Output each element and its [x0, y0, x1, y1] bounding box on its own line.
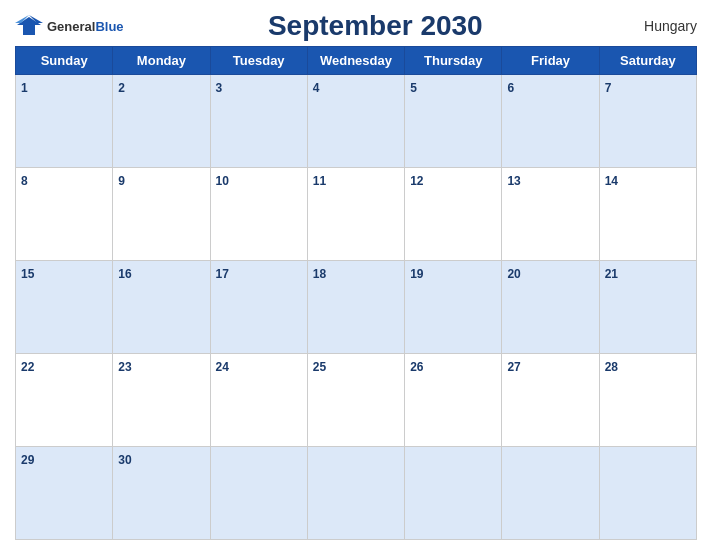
week-row-2: 891011121314: [16, 168, 697, 261]
day-number: 22: [21, 360, 34, 374]
day-number: 5: [410, 81, 417, 95]
day-number: 11: [313, 174, 326, 188]
calendar-cell: 11: [307, 168, 404, 261]
svg-marker-0: [17, 17, 41, 35]
calendar-cell: 14: [599, 168, 696, 261]
day-number: 4: [313, 81, 320, 95]
day-number: 12: [410, 174, 423, 188]
calendar-cell: 30: [113, 447, 210, 540]
day-number: 16: [118, 267, 131, 281]
day-header-friday: Friday: [502, 47, 599, 75]
day-number: 20: [507, 267, 520, 281]
day-header-sunday: Sunday: [16, 47, 113, 75]
calendar-cell: 15: [16, 261, 113, 354]
day-number: 13: [507, 174, 520, 188]
calendar-cell: [307, 447, 404, 540]
calendar-cell: 27: [502, 354, 599, 447]
week-row-1: 1234567: [16, 75, 697, 168]
day-number: 23: [118, 360, 131, 374]
day-header-thursday: Thursday: [405, 47, 502, 75]
calendar-cell: 7: [599, 75, 696, 168]
day-number: 10: [216, 174, 229, 188]
day-number: 8: [21, 174, 28, 188]
day-number: 3: [216, 81, 223, 95]
day-number: 9: [118, 174, 125, 188]
day-number: 30: [118, 453, 131, 467]
day-number: 19: [410, 267, 423, 281]
day-number: 7: [605, 81, 612, 95]
calendar-cell: 21: [599, 261, 696, 354]
country-label: Hungary: [627, 18, 697, 34]
calendar-cell: [502, 447, 599, 540]
day-number: 1: [21, 81, 28, 95]
logo-bird-icon: [15, 15, 43, 37]
week-row-3: 15161718192021: [16, 261, 697, 354]
day-number: 6: [507, 81, 514, 95]
calendar-cell: 6: [502, 75, 599, 168]
calendar-cell: [599, 447, 696, 540]
day-header-wednesday: Wednesday: [307, 47, 404, 75]
calendar-cell: 20: [502, 261, 599, 354]
calendar-header: GeneralBlue September 2030 Hungary: [15, 10, 697, 42]
calendar-cell: 3: [210, 75, 307, 168]
day-number: 29: [21, 453, 34, 467]
calendar-cell: 19: [405, 261, 502, 354]
calendar-cell: 26: [405, 354, 502, 447]
day-number: 2: [118, 81, 125, 95]
day-number: 14: [605, 174, 618, 188]
week-row-5: 2930: [16, 447, 697, 540]
day-number: 26: [410, 360, 423, 374]
calendar-title: September 2030: [124, 10, 627, 42]
day-number: 15: [21, 267, 34, 281]
day-number: 18: [313, 267, 326, 281]
calendar-cell: 29: [16, 447, 113, 540]
calendar-cell: 8: [16, 168, 113, 261]
calendar-cell: 16: [113, 261, 210, 354]
calendar-cell: 25: [307, 354, 404, 447]
calendar-cell: 23: [113, 354, 210, 447]
calendar-cell: 10: [210, 168, 307, 261]
calendar-cell: 17: [210, 261, 307, 354]
calendar-cell: 24: [210, 354, 307, 447]
day-number: 27: [507, 360, 520, 374]
day-number: 17: [216, 267, 229, 281]
calendar-cell: 9: [113, 168, 210, 261]
calendar-table: SundayMondayTuesdayWednesdayThursdayFrid…: [15, 46, 697, 540]
day-number: 25: [313, 360, 326, 374]
day-header-tuesday: Tuesday: [210, 47, 307, 75]
calendar-cell: 13: [502, 168, 599, 261]
calendar-cell: 12: [405, 168, 502, 261]
day-number: 28: [605, 360, 618, 374]
logo-blue: Blue: [95, 19, 123, 34]
calendar-cell: 4: [307, 75, 404, 168]
day-header-saturday: Saturday: [599, 47, 696, 75]
calendar-cell: 2: [113, 75, 210, 168]
calendar-cell: 18: [307, 261, 404, 354]
calendar-cell: 28: [599, 354, 696, 447]
logo-text: GeneralBlue: [47, 17, 124, 35]
day-header-monday: Monday: [113, 47, 210, 75]
day-number: 21: [605, 267, 618, 281]
calendar-cell: 5: [405, 75, 502, 168]
calendar-cell: 22: [16, 354, 113, 447]
week-row-4: 22232425262728: [16, 354, 697, 447]
calendar-cell: [210, 447, 307, 540]
calendar-cell: [405, 447, 502, 540]
logo-general: General: [47, 19, 95, 34]
logo: GeneralBlue: [15, 15, 124, 37]
days-of-week-row: SundayMondayTuesdayWednesdayThursdayFrid…: [16, 47, 697, 75]
day-number: 24: [216, 360, 229, 374]
calendar-cell: 1: [16, 75, 113, 168]
